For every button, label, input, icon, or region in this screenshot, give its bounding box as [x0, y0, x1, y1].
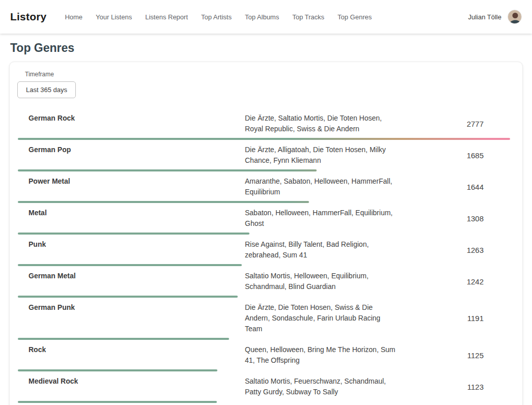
- genre-count: 2777: [467, 120, 484, 128]
- genre-artists: Queen, Helloween, Bring Me The Horizon, …: [245, 344, 398, 366]
- genre-count: 1242: [467, 277, 484, 286]
- genre-row: German Metal Saltatio Mortis, Helloween,…: [10, 266, 522, 298]
- timeframe-label: Timeframe: [25, 71, 522, 78]
- genre-row: German Pop Die Ärzte, Alligatoah, Die To…: [10, 140, 522, 171]
- genre-name: Punk: [29, 239, 245, 250]
- nav-item-top-albums[interactable]: Top Albums: [245, 13, 279, 21]
- genre-name: Medieval Rock: [29, 376, 245, 387]
- genre-count: 1123: [467, 383, 484, 391]
- timeframe-select[interactable]: Last 365 days: [17, 81, 76, 98]
- genre-name: German Pop: [29, 144, 245, 155]
- genre-row: Power Metal Amaranthe, Sabaton, Hellowee…: [10, 171, 522, 203]
- nav-item-top-tracks[interactable]: Top Tracks: [292, 13, 324, 21]
- top-navbar: Listory Home Your Listens Listens Report…: [0, 0, 532, 34]
- genre-name: German Metal: [29, 271, 245, 281]
- genre-row: Rock Queen, Helloween, Bring Me The Hori…: [10, 340, 522, 371]
- genre-name: German Punk: [29, 302, 245, 313]
- genre-row: Medieval Rock Saltatio Mortis, Feuerschw…: [10, 371, 522, 403]
- top-genres-card: Timeframe Last 365 days German Rock Die …: [9, 62, 523, 405]
- main-nav: Home Your Listens Listens Report Top Art…: [65, 13, 372, 21]
- genre-row: Metal Sabaton, Helloween, HammerFall, Eq…: [10, 203, 522, 235]
- genre-artists: Amaranthe, Sabaton, Helloween, HammerFal…: [245, 176, 398, 197]
- genre-count: 1263: [467, 246, 484, 254]
- genre-count: 1191: [467, 314, 484, 323]
- genre-artists: Saltatio Mortis, Helloween, Equilibrium,…: [245, 271, 398, 292]
- nav-item-top-artists[interactable]: Top Artists: [201, 13, 232, 21]
- genre-name: Power Metal: [29, 176, 245, 187]
- genre-row: Melodic Metal Unleash The Archers, Hello…: [10, 403, 522, 405]
- genre-name: German Rock: [29, 113, 245, 124]
- nav-item-your-listens[interactable]: Your Listens: [96, 13, 132, 21]
- genre-count: 1125: [467, 351, 484, 360]
- page-title: Top Genres: [10, 41, 522, 55]
- genres-table: German Rock Die Ärzte, Saltatio Mortis, …: [10, 108, 522, 405]
- genre-row: Punk Rise Against, Billy Talent, Bad Rel…: [10, 235, 522, 266]
- genre-name: Metal: [29, 208, 245, 218]
- genre-count: 1685: [467, 151, 484, 160]
- nav-item-top-genres[interactable]: Top Genres: [338, 13, 372, 21]
- genre-artists: Die Ärzte, Die Toten Hosen, Swiss & Die …: [245, 302, 398, 334]
- genre-artists: Sabaton, Helloween, HammerFall, Equilibr…: [245, 208, 398, 229]
- genre-artists: Saltatio Mortis, Feuerschwanz, Schandmau…: [245, 376, 398, 397]
- user-name[interactable]: Julian Tölle: [468, 13, 501, 21]
- genre-artists: Die Ärzte, Alligatoah, Die Toten Hosen, …: [245, 144, 398, 166]
- nav-item-listens-report[interactable]: Listens Report: [145, 13, 188, 21]
- genre-row: German Punk Die Ärzte, Die Toten Hosen, …: [10, 298, 522, 340]
- genre-artists: Rise Against, Billy Talent, Bad Religion…: [245, 239, 398, 261]
- app-logo[interactable]: Listory: [10, 11, 46, 23]
- nav-item-home[interactable]: Home: [65, 13, 82, 21]
- user-menu[interactable]: Julian Tölle: [468, 10, 522, 24]
- timeframe-filter: Timeframe Last 365 days: [10, 71, 522, 98]
- genre-row: German Rock Die Ärzte, Saltatio Mortis, …: [10, 108, 522, 140]
- genre-name: Rock: [29, 344, 245, 355]
- avatar[interactable]: [508, 10, 522, 24]
- genre-artists: Die Ärzte, Saltatio Mortis, Die Toten Ho…: [245, 113, 398, 134]
- genre-count: 1308: [467, 214, 484, 223]
- genre-count: 1644: [467, 183, 484, 191]
